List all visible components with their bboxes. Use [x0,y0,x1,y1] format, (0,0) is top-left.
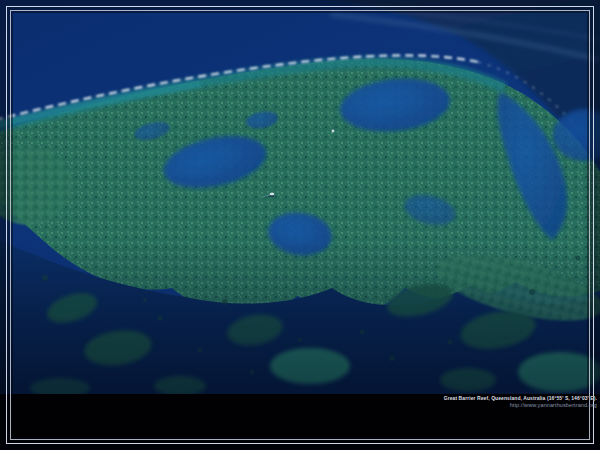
desktop-wallpaper: Great Barrier Reef, Queensland, Australi… [0,0,600,450]
blue-cast [0,0,600,394]
caption: Great Barrier Reef, Queensland, Australi… [444,395,597,408]
caption-url: http://www.yannarthusbertrand.org [444,402,597,408]
caption-location: Great Barrier Reef, Queensland, Australi… [444,395,597,401]
reef-aerial-photo [0,0,600,394]
